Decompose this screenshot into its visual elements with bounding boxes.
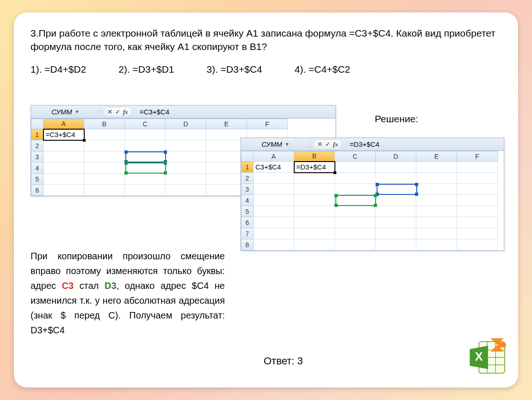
row-header-3[interactable]: 3 <box>241 184 254 195</box>
row-header-1[interactable]: 1 <box>31 129 43 140</box>
col-header-E[interactable]: E <box>416 151 457 162</box>
select-all-corner[interactable] <box>241 151 254 162</box>
reference-highlight-green <box>335 195 376 206</box>
formula-buttons: ✕ ✓ fx <box>313 139 342 150</box>
formula-input[interactable]: =D3+$C4 <box>345 140 504 148</box>
cell-B1[interactable] <box>84 129 125 140</box>
row-header-5[interactable]: 5 <box>241 206 254 217</box>
svg-text:X: X <box>475 350 483 363</box>
cell-D1[interactable] <box>166 129 206 140</box>
reference-highlight-blue <box>125 151 166 162</box>
select-all-corner[interactable] <box>31 119 43 129</box>
row-header-8[interactable]: 8 <box>241 239 254 250</box>
row-header-2[interactable]: 2 <box>31 140 43 151</box>
col-header-C[interactable]: C <box>125 119 166 129</box>
col-header-A[interactable]: A <box>43 119 84 129</box>
formula-input[interactable]: =C3+$C4 <box>135 108 335 116</box>
dropdown-icon[interactable]: ▼ <box>285 142 290 147</box>
col-header-F[interactable]: F <box>457 151 498 162</box>
cell-C1[interactable] <box>125 129 166 140</box>
cancel-icon[interactable]: ✕ <box>317 141 322 148</box>
row-header-4[interactable]: 4 <box>241 195 254 206</box>
row-header-4[interactable]: 4 <box>31 162 43 174</box>
question-text: 3.При работе с электронной таблицей в яч… <box>31 26 501 54</box>
row-header-6[interactable]: 6 <box>31 185 43 196</box>
cell-A1[interactable]: C3+$C4 <box>254 162 294 173</box>
slide: 3.При работе с электронной таблицей в яч… <box>14 12 518 388</box>
col-header-C[interactable]: C <box>335 151 376 162</box>
option-4: 4). =C4+$C2 <box>295 64 350 75</box>
row-header-3[interactable]: 3 <box>31 151 43 162</box>
formula-bar: СУММ ▼ ✕ ✓ fx =D3+$C4 <box>241 138 504 151</box>
solution-heading: Решение: <box>375 113 418 125</box>
fx-icon[interactable]: fx <box>333 141 338 148</box>
excel-icon: X <box>467 337 509 378</box>
col-header-D[interactable]: D <box>166 119 206 129</box>
dropdown-icon[interactable]: ▼ <box>75 109 80 114</box>
name-box[interactable]: СУММ ▼ <box>31 108 100 116</box>
cancel-icon[interactable]: ✕ <box>107 108 112 115</box>
row-header-5[interactable]: 5 <box>31 174 43 185</box>
col-header-B[interactable]: B <box>84 119 125 129</box>
highlight-d3: D3 <box>105 281 117 291</box>
col-header-D[interactable]: D <box>376 151 416 162</box>
formula-bar: СУММ ▼ ✕ ✓ fx =C3+$C4 <box>31 106 335 119</box>
row-header-7[interactable]: 7 <box>241 228 254 239</box>
highlight-c3: C3 <box>62 281 74 291</box>
reference-highlight-green <box>125 162 166 174</box>
col-header-B[interactable]: B <box>294 151 335 162</box>
answer-text: Ответ: 3 <box>264 355 303 367</box>
cell-B1[interactable]: =D3+$C4 <box>294 162 335 173</box>
answer-options: 1). =D4+$D2 2). =D3+$D1 3). =D3+$C4 4). … <box>31 64 501 75</box>
row-header-2[interactable]: 2 <box>241 173 254 184</box>
enter-icon[interactable]: ✓ <box>325 141 330 148</box>
row-header-1[interactable]: 1 <box>241 162 254 173</box>
col-header-E[interactable]: E <box>206 119 247 129</box>
reference-highlight-blue <box>377 184 417 195</box>
col-header-A[interactable]: A <box>254 151 294 162</box>
fx-icon[interactable]: fx <box>123 108 128 116</box>
option-2: 2). =D3+$D1 <box>118 64 174 75</box>
name-box[interactable]: СУММ ▼ <box>241 140 310 148</box>
cell-A1[interactable]: =C3+$C4 <box>43 129 84 140</box>
explanation-text: При копировании произошло смещение вправ… <box>31 249 225 338</box>
formula-buttons: ✕ ✓ fx <box>103 107 132 117</box>
excel-screenshot-2: СУММ ▼ ✕ ✓ fx =D3+$C4 A B C D E F <box>241 138 504 251</box>
option-1: 1). =D4+$D2 <box>31 64 86 75</box>
name-box-value: СУММ <box>261 140 282 148</box>
name-box-value: СУММ <box>51 108 72 116</box>
enter-icon[interactable]: ✓ <box>115 108 120 115</box>
explanation-part: стал <box>74 281 105 291</box>
option-3: 3). =D3+$C4 <box>207 64 262 75</box>
row-header-6[interactable]: 6 <box>241 217 254 228</box>
col-header-F[interactable]: F <box>247 119 288 129</box>
